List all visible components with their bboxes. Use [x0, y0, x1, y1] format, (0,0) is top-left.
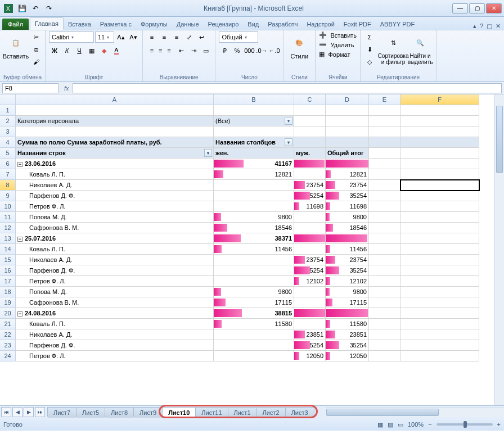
row-dropdown-icon[interactable]: ▾	[204, 149, 212, 157]
row-label[interactable]: Парфенов Д. Ф.	[16, 340, 214, 351]
spreadsheet-grid[interactable]: ABCDEF12Категория персонала(Все)▾34Сумма…	[0, 94, 504, 361]
collapse-icon[interactable]: −	[17, 162, 22, 167]
align-top-icon[interactable]: ≡	[146, 31, 158, 43]
delete-label[interactable]: Удалить	[330, 42, 354, 48]
row-header-18[interactable]: 18	[0, 287, 16, 297]
next-sheet-icon[interactable]: ▶	[24, 407, 34, 417]
ribbon-tab-4[interactable]: Данные	[172, 19, 204, 30]
first-sheet-icon[interactable]: ⏮	[1, 407, 11, 417]
row-header-14[interactable]: 14	[0, 244, 16, 255]
view-normal-icon[interactable]: ▦	[377, 421, 383, 428]
row-header-6[interactable]: 6	[0, 159, 16, 169]
row-label[interactable]: Петров Ф. Л.	[16, 351, 214, 361]
ribbon-tab-1[interactable]: Вставка	[64, 19, 96, 30]
row-label[interactable]: Парфенов Д. Ф.	[16, 191, 214, 201]
ribbon-tab-0[interactable]: Главная	[30, 17, 64, 30]
filter-dropdown-icon[interactable]: ▾	[285, 117, 292, 125]
sheet-tab-Лист9[interactable]: Лист9	[133, 407, 163, 418]
align-middle-icon[interactable]: ≡	[159, 31, 170, 43]
align-right-icon[interactable]: ≡	[163, 45, 174, 56]
font-size-combo[interactable]: 11▾	[95, 31, 114, 43]
row-header-21[interactable]: 21	[0, 319, 16, 329]
row-label[interactable]: −23.06.2016	[16, 159, 214, 169]
row-header-7[interactable]: 7	[0, 169, 16, 180]
formula-input[interactable]	[73, 83, 502, 93]
row-label[interactable]: −25.07.2016	[16, 233, 214, 244]
row-header-9[interactable]: 9	[0, 191, 16, 201]
row-label[interactable]: Петров Ф. Л.	[16, 276, 214, 287]
view-break-icon[interactable]: ▭	[398, 421, 403, 428]
save-icon[interactable]: 💾	[16, 2, 28, 15]
row-label[interactable]: Коваль Л. П.	[16, 319, 214, 329]
row-label[interactable]: Николаев А. Д.	[16, 329, 214, 340]
clear-icon[interactable]: ◇	[364, 56, 375, 67]
col-header-E[interactable]: E	[369, 94, 400, 105]
styles-button[interactable]: 🎨Стили	[287, 31, 312, 60]
row-label[interactable]: Попова М. Д.	[16, 212, 214, 223]
ribbon-tab-5[interactable]: Рецензиро	[204, 19, 244, 30]
row-header-19[interactable]: 19	[0, 297, 16, 308]
row-label[interactable]: Николаев А. Д.	[16, 255, 214, 265]
collapse-icon[interactable]: −	[17, 237, 22, 242]
ribbon-tab-6[interactable]: Вид	[243, 19, 263, 30]
row-header-17[interactable]: 17	[0, 276, 16, 287]
sheet-tab-Лист7[interactable]: Лист7	[47, 407, 76, 418]
row-header-13[interactable]: 13	[0, 233, 16, 244]
dec-decimal-icon[interactable]: ←.0	[268, 45, 280, 56]
row-header-23[interactable]: 23	[0, 340, 16, 351]
col-header-C[interactable]: C	[294, 94, 326, 105]
collapse-icon[interactable]: −	[17, 311, 22, 317]
sheet-tab-Лист2[interactable]: Лист2	[256, 407, 286, 418]
paste-button[interactable]: 📋 Вставить	[3, 31, 28, 60]
italic-button[interactable]: К	[61, 45, 73, 56]
ribbon-tab-3[interactable]: Формулы	[136, 19, 172, 30]
autosum-icon[interactable]: Σ	[364, 31, 375, 43]
h-scroll-thumb[interactable]	[326, 409, 439, 416]
ribbon-tab-7[interactable]: Разработч	[263, 19, 302, 30]
row-label[interactable]: Петров Ф. Л.	[16, 201, 214, 212]
file-tab[interactable]: Файл	[2, 19, 29, 30]
indent-dec-icon[interactable]: ⇤	[176, 45, 187, 56]
align-center-icon[interactable]: ≡	[159, 47, 162, 54]
row-header-11[interactable]: 11	[0, 212, 16, 223]
prev-sheet-icon[interactable]: ◀	[12, 407, 22, 417]
insert-label[interactable]: Вставить	[330, 32, 357, 39]
number-format-combo[interactable]: Общий▾	[219, 31, 258, 43]
minimize-ribbon-icon[interactable]: ▴	[473, 22, 476, 30]
zoom-thumb[interactable]	[464, 421, 467, 428]
format-cells-icon[interactable]: ▦	[319, 51, 325, 58]
grow-font-icon[interactable]: A▴	[115, 31, 127, 43]
row-header-20[interactable]: 20	[0, 308, 16, 319]
zoom-slider[interactable]	[436, 423, 493, 426]
row-header-22[interactable]: 22	[0, 329, 16, 340]
col-header-F[interactable]: F	[400, 94, 479, 105]
fill-icon[interactable]: ⬇	[364, 44, 375, 55]
shrink-font-icon[interactable]: A▾	[128, 31, 139, 43]
row-header-15[interactable]: 15	[0, 255, 16, 265]
merge-icon[interactable]: ▭	[200, 45, 212, 56]
indent-inc-icon[interactable]: ⇥	[188, 45, 199, 56]
name-box[interactable]: F8	[2, 83, 58, 93]
row-header-16[interactable]: 16	[0, 265, 16, 276]
col-header-B[interactable]: B	[214, 94, 294, 105]
cut-icon[interactable]: ✂	[30, 31, 42, 43]
row-header-3[interactable]: 3	[0, 126, 16, 137]
fill-color-icon[interactable]: ◆	[98, 45, 110, 56]
excel-icon[interactable]: X	[2, 2, 15, 15]
find-select-button[interactable]: 🔍Найти и выделить	[408, 31, 433, 65]
fx-icon[interactable]: fx	[61, 85, 73, 92]
font-name-combo[interactable]: Calibri▾	[49, 31, 94, 43]
sheet-tab-Лист10[interactable]: Лист10	[162, 407, 196, 418]
row-header-10[interactable]: 10	[0, 201, 16, 212]
align-bottom-icon[interactable]: ≡	[171, 31, 182, 43]
row-header-5[interactable]: 5	[0, 148, 16, 159]
row-label[interactable]: Николаев А. Д.	[16, 180, 214, 191]
sheet-tab-Лист3[interactable]: Лист3	[285, 407, 314, 418]
close-button[interactable]: ✕	[486, 3, 502, 13]
row-header-12[interactable]: 12	[0, 223, 16, 233]
maximize-button[interactable]: ▢	[469, 3, 485, 13]
sheet-tab-Лист1[interactable]: Лист1	[228, 407, 257, 418]
undo-icon[interactable]: ↶	[29, 2, 42, 15]
close-workbook-icon[interactable]: ✕	[496, 22, 501, 30]
row-label[interactable]: Коваль Л. П.	[16, 169, 214, 180]
